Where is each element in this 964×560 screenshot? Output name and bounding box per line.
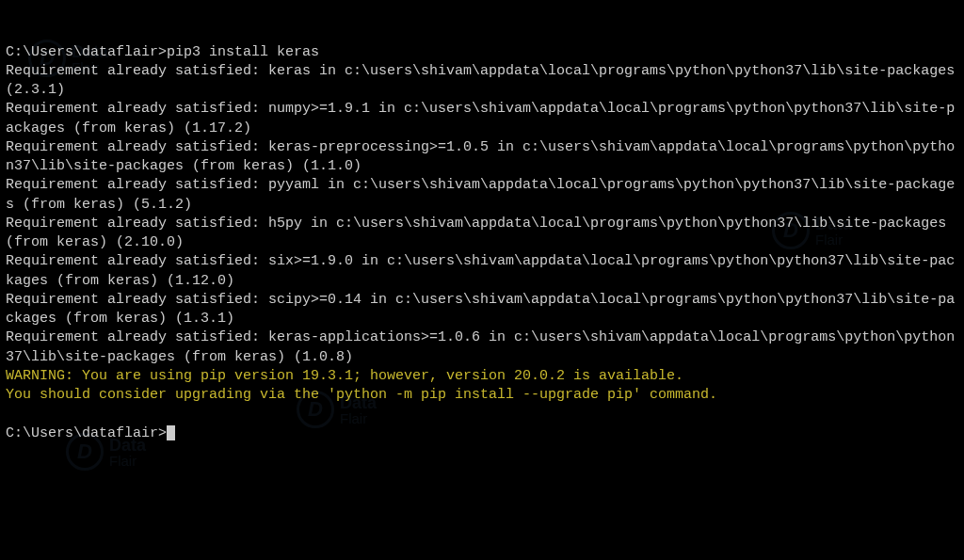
prompt-line: C:\Users\dataflair> xyxy=(6,424,958,443)
output-line: Requirement already satisfied: scipy>=0.… xyxy=(6,291,958,329)
terminal-window[interactable]: C:\Users\dataflair>pip3 install kerasReq… xyxy=(0,0,964,467)
output-line: Requirement already satisfied: keras in … xyxy=(6,62,958,101)
output-line: Requirement already satisfied: pyyaml in… xyxy=(6,176,958,215)
command-line: C:\Users\dataflair>pip3 install keras xyxy=(6,43,958,62)
output-line: Requirement already satisfied: h5py in c… xyxy=(6,215,958,253)
output-line: Requirement already satisfied: keras-app… xyxy=(6,328,958,367)
output-line: Requirement already satisfied: six>=1.9.… xyxy=(6,252,958,291)
output-line: Requirement already satisfied: keras-pre… xyxy=(6,138,958,177)
output-line: Requirement already satisfied: numpy>=1.… xyxy=(6,100,958,138)
output-line: You should consider upgrading via the 'p… xyxy=(6,386,958,405)
output-lines: Requirement already satisfied: keras in … xyxy=(6,62,958,406)
prompt: C:\Users\dataflair> xyxy=(6,425,167,441)
prompt: C:\Users\dataflair> xyxy=(6,44,167,60)
command-input: pip3 install keras xyxy=(167,44,319,60)
cursor xyxy=(167,425,175,440)
output-line: WARNING: You are using pip version 19.3.… xyxy=(6,367,958,386)
